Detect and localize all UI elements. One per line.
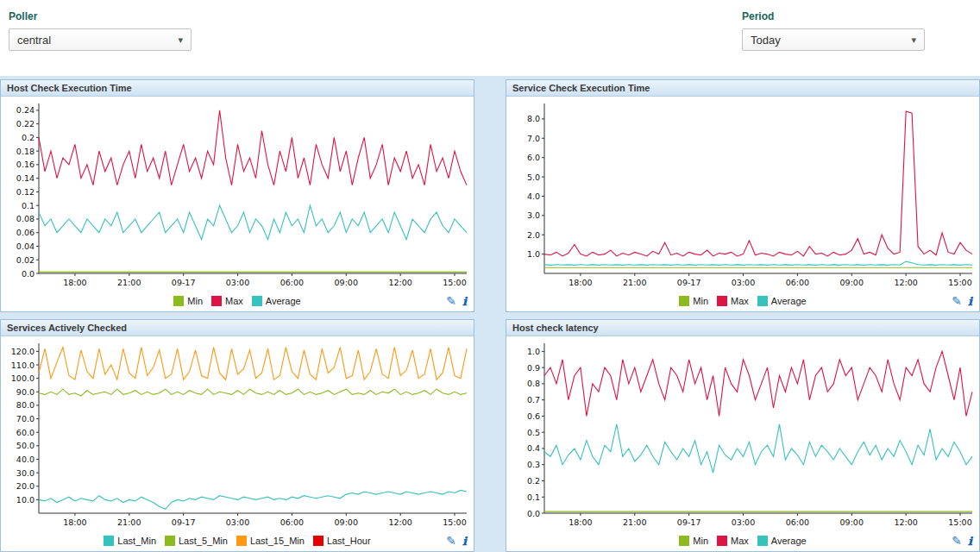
legend-swatch (679, 536, 689, 546)
svg-text:09:00: 09:00 (840, 278, 864, 287)
svg-text:21:00: 21:00 (623, 278, 646, 287)
legend-label: Max (225, 296, 243, 306)
chart-canvas[interactable]: 1.02.03.04.05.06.07.08.018:0021:0009-170… (506, 97, 979, 291)
legend-item-min[interactable]: Min (679, 536, 708, 546)
legend-item-max[interactable]: Max (717, 536, 749, 546)
legend-swatch (104, 536, 114, 546)
svg-text:18:00: 18:00 (569, 278, 592, 287)
svg-text:0.5: 0.5 (527, 428, 540, 437)
svg-text:0.22: 0.22 (16, 119, 35, 129)
poller-select[interactable]: central ▾ (9, 28, 192, 51)
chevron-down-icon: ▾ (911, 34, 916, 46)
svg-text:03:00: 03:00 (732, 278, 755, 287)
panel-services-actively-checked: Services Actively Checked 10.020.030.040… (0, 319, 474, 552)
panel-service-check-execution-time: Service Check Execution Time 1.02.03.04.… (506, 79, 980, 312)
info-icon[interactable]: ℹ (968, 536, 972, 547)
svg-text:09:00: 09:00 (335, 278, 358, 287)
svg-text:1.0: 1.0 (527, 249, 540, 259)
svg-text:09:00: 09:00 (335, 518, 358, 527)
legend-item-max[interactable]: Max (717, 296, 749, 306)
svg-text:03:00: 03:00 (226, 278, 249, 287)
edit-graph-icon[interactable]: ✎ (446, 295, 456, 307)
legend-item-min[interactable]: Min (173, 296, 203, 306)
chart-canvas[interactable]: 0.00.10.20.30.40.50.60.70.80.91.018:0021… (506, 336, 979, 530)
svg-text:12:00: 12:00 (388, 278, 411, 287)
svg-text:0.0: 0.0 (527, 509, 540, 518)
chart-legend: Last_MinLast_5_MinLast_15_MinLast_Hour (104, 536, 370, 546)
svg-text:120.0: 120.0 (11, 347, 35, 356)
svg-text:0.04: 0.04 (16, 242, 35, 251)
legend-swatch (757, 296, 768, 306)
svg-text:18:00: 18:00 (63, 518, 86, 527)
legend-swatch (717, 536, 727, 546)
legend-item-last_min[interactable]: Last_Min (104, 536, 156, 546)
legend-swatch (252, 296, 262, 306)
legend-swatch (236, 536, 247, 546)
legend-item-average[interactable]: Average (757, 536, 807, 546)
chart-canvas[interactable]: 0.00.020.040.060.080.10.120.140.160.180.… (1, 97, 474, 291)
svg-text:60.0: 60.0 (16, 428, 35, 437)
svg-text:09-17: 09-17 (677, 518, 701, 527)
svg-text:20.0: 20.0 (16, 481, 35, 491)
legend-label: Average (771, 296, 807, 306)
svg-text:0.18: 0.18 (16, 147, 35, 156)
svg-text:110.0: 110.0 (11, 361, 35, 370)
legend-item-average[interactable]: Average (757, 296, 807, 306)
svg-text:09-17: 09-17 (172, 518, 196, 527)
svg-text:18:00: 18:00 (569, 518, 592, 527)
svg-text:0.06: 0.06 (16, 228, 35, 237)
legend-item-last_hour[interactable]: Last_Hour (313, 536, 371, 546)
chart-legend: MinMaxAverage (173, 296, 300, 306)
svg-text:0.0: 0.0 (22, 269, 35, 279)
svg-text:06:00: 06:00 (786, 518, 809, 527)
svg-text:1.0: 1.0 (527, 347, 540, 356)
svg-text:50.0: 50.0 (16, 441, 35, 450)
edit-graph-icon[interactable]: ✎ (446, 535, 456, 547)
poller-control: Poller central ▾ (9, 10, 192, 76)
svg-text:0.9: 0.9 (527, 363, 540, 373)
period-selected-value: Today (751, 34, 781, 47)
filter-bar: Poller central ▾ Period Today ▾ (0, 0, 980, 76)
legend-label: Last_Min (117, 536, 156, 546)
svg-text:0.4: 0.4 (527, 443, 540, 453)
edit-graph-icon[interactable]: ✎ (952, 535, 962, 547)
period-label: Period (742, 10, 925, 22)
legend-label: Average (771, 536, 807, 546)
panel-host-check-execution-time: Host Check Execution Time 0.00.020.040.0… (0, 79, 474, 312)
svg-text:21:00: 21:00 (117, 278, 141, 287)
chart-title: Host check latency (506, 320, 979, 336)
legend-label: Last_Hour (327, 536, 371, 546)
svg-text:12:00: 12:00 (894, 518, 917, 527)
info-icon[interactable]: ℹ (462, 296, 467, 307)
svg-text:4.0: 4.0 (527, 191, 540, 201)
legend-label: Min (693, 296, 708, 306)
legend-swatch (211, 296, 222, 306)
svg-text:09:00: 09:00 (840, 518, 864, 527)
legend-item-average[interactable]: Average (252, 296, 301, 306)
svg-text:0.1: 0.1 (22, 201, 35, 210)
legend-item-last_5_min[interactable]: Last_5_Min (165, 536, 228, 546)
panel-host-check-latency: Host check latency 0.00.10.20.30.40.50.6… (506, 319, 980, 552)
chart-canvas[interactable]: 10.020.030.040.050.060.070.080.090.0100.… (1, 336, 474, 530)
info-icon[interactable]: ℹ (462, 536, 467, 547)
svg-text:15:00: 15:00 (443, 518, 466, 527)
svg-text:0.12: 0.12 (16, 187, 35, 197)
svg-text:15:00: 15:00 (948, 278, 971, 287)
svg-text:12:00: 12:00 (894, 278, 917, 287)
svg-text:10.0: 10.0 (16, 495, 35, 505)
svg-text:0.16: 0.16 (16, 160, 35, 169)
svg-text:0.7: 0.7 (527, 395, 540, 405)
svg-text:12:00: 12:00 (388, 518, 411, 527)
legend-item-last_15_min[interactable]: Last_15_Min (236, 536, 305, 546)
svg-text:7.0: 7.0 (527, 134, 540, 143)
chevron-down-icon: ▾ (178, 34, 183, 46)
chart-title: Service Check Execution Time (506, 80, 979, 97)
svg-text:0.3: 0.3 (527, 460, 540, 469)
period-select[interactable]: Today ▾ (742, 28, 925, 51)
info-icon[interactable]: ℹ (968, 296, 972, 307)
legend-swatch (165, 536, 175, 546)
edit-graph-icon[interactable]: ✎ (952, 295, 962, 307)
svg-text:0.14: 0.14 (16, 173, 35, 183)
legend-item-max[interactable]: Max (211, 296, 243, 306)
legend-item-min[interactable]: Min (679, 296, 708, 306)
